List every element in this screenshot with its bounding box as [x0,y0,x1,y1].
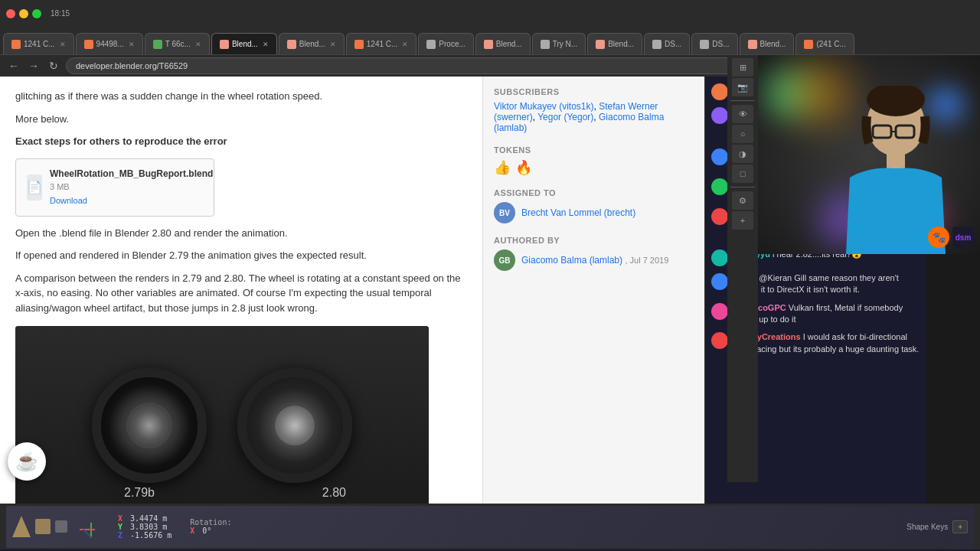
wheel-right [237,368,352,483]
coffee-button[interactable]: ☕ [8,442,46,481]
tokens-section: Tokens 👍 🔥 [494,145,694,176]
tab-1241c[interactable]: 1241 C... ✕ [3,33,74,54]
x-value: 3.4474 m [130,514,167,523]
add-icon[interactable]: + [732,211,753,230]
shape-keys-label: Shape Keys [906,523,948,531]
history2-message: HistoryCreations I would ask for bi-dire… [733,331,920,355]
subscriber-viktor[interactable]: Viktor Mukayev (vitos1k) [494,101,593,112]
tab-blend-13[interactable]: Blend... [740,33,795,54]
fullscreen-window-button[interactable] [32,9,41,18]
visibility-icon[interactable]: ○ [732,125,753,143]
shape-keys-section: Shape Keys + [906,520,968,533]
video-player: 2.79b 2.80 ▶ 0:00 / 0:03 🔊 ⛶ ⋮ [15,326,429,504]
history-avatar [711,208,728,225]
giacomo-avatar: GB [494,249,515,271]
outline-icon[interactable]: □ [732,165,753,183]
subscriber-yegor[interactable]: Yegor (Yegor) [537,112,593,122]
download-link[interactable]: Download [50,196,87,205]
brecht-avatar: BV [494,202,515,223]
tab-blend-5[interactable]: Blend... ✕ [279,33,345,54]
canseco-message: CansecoGPC Vulkan first, Metal if somebo… [733,302,920,326]
eye-icon[interactable]: 👁 [732,105,753,123]
tab-blend-10[interactable]: Blend... [587,33,642,54]
bottom-bar: X 3.4474 m Y 3.8303 m Z -1.5676 m Rotati… [0,504,980,551]
tab-ds-2[interactable]: DS... [691,33,737,54]
tab-3-label: T 66c... [165,40,191,48]
scene-objects [12,516,67,537]
tab-5-close[interactable]: ✕ [330,41,336,48]
rx-coord-row: X 0° [190,527,231,535]
browser-top-bar: 18:15 [0,0,980,28]
authored-section: Authored By GB Giacomo Balma (lamlab) , … [494,236,694,271]
tab-proce[interactable]: Proce... [418,33,473,54]
assigned-user-link[interactable]: Brecht Van Lommel (brecht) [521,207,635,218]
back-button[interactable]: ← [6,58,21,73]
viewport-icon[interactable]: ⊞ [732,58,753,77]
blender-viewport-strip: X 3.4474 m Y 3.8303 m Z -1.5676 m Rotati… [0,504,980,549]
rotation-label: Rotation: [190,518,231,527]
tab-2-close[interactable]: ✕ [129,41,135,48]
file-info: WheelRotation_MB_BugReport.blend 3 MB Do… [50,167,213,208]
tab-blend-8[interactable]: Blend... [475,33,531,54]
3rton-avatar [711,273,728,290]
tab-241c[interactable]: (241 C... [795,33,854,54]
tab-4-close[interactable]: ✕ [263,41,269,48]
history2-avatar [711,332,728,349]
y-label: Y [118,523,122,531]
minimize-window-button[interactable] [19,9,28,18]
y-value: 3.8303 m [130,523,167,531]
rotation-section: Rotation: X 0° [190,518,231,535]
tab-1-close[interactable]: ✕ [60,41,66,48]
dsm-logo-webcam: dsm [952,227,974,248]
svg-rect-4 [887,153,905,168]
authored-row: GB Giacomo Balma (lamlab) , Jul 7 2019 [494,249,694,271]
tokens-label: Tokens [494,145,694,155]
blender-coords: X 3.4474 m Y 3.8303 m Z -1.5676 m [118,514,172,540]
tab-13-label: Blend... [760,40,786,48]
settings-icon[interactable]: ⚙ [732,191,753,210]
file-name: WheelRotation_MB_BugReport.blend [50,167,213,181]
browser-chrome: 18:15 1241 C... ✕ 94498... ✕ T 66c... ✕ … [0,0,980,55]
tab-blend-active[interactable]: Blend... ✕ [211,33,277,54]
rx-value: 0° [202,527,211,535]
tab-94498[interactable]: 94498... ✕ [76,33,143,54]
blender-scene: X 3.4474 m Y 3.8303 m Z -1.5676 m Rotati… [6,506,974,548]
tab-ds-1[interactable]: DS... [644,33,690,54]
rx-label: X [190,527,194,535]
authored-user-link[interactable]: Giacomo Balma (lamlab) [521,255,622,266]
video-label-left: 2.79b [124,484,155,502]
token-fire[interactable]: 🔥 [515,159,532,176]
tab-t66c[interactable]: T 66c... ✕ [145,33,210,54]
tab-tryn[interactable]: Try N... [532,33,586,54]
canseco-avatar [711,303,728,320]
tab-5-label: Blend... [299,40,325,48]
tab-1-label: 1241 C... [24,40,55,48]
tab-1241c-2[interactable]: 1241 C... ✕ [346,33,417,54]
tab-3-close[interactable]: ✕ [195,41,201,48]
hypersonic-avatar [711,178,728,195]
tokens-row: 👍 🔥 [494,159,694,176]
shape-keys-button[interactable]: + [952,520,968,533]
tabs-bar: 1241 C... ✕ 94498... ✕ T 66c... ✕ Blend.… [0,28,980,54]
x-coord-row: X 3.4474 m [118,514,172,523]
blender-right-panel: ⊞ 📷 👁 ○ ◑ □ ⚙ + [727,55,758,482]
tab-7-label: Proce... [439,40,465,48]
token-thumbsup[interactable]: 👍 [494,159,511,176]
refresh-button[interactable]: ↻ [46,58,61,73]
file-attachment[interactable]: 📄 WheelRotation_MB_BugReport.blend 3 MB … [15,158,214,217]
more-below: More below. [15,112,467,127]
webcam-overlay: 🐾 dsm [758,55,980,254]
wheel-outer-left [92,368,207,483]
close-window-button[interactable] [6,9,15,18]
tab-2-label: 94498... [96,40,124,48]
render-icon[interactable]: 📷 [732,78,753,96]
forward-button[interactable]: → [26,58,41,73]
instructions-1: Open the .blend file in Blender 2.80 and… [15,226,467,241]
file-icon: 📄 [27,174,42,201]
nan-avatar [711,83,728,100]
tab-6-close[interactable]: ✕ [402,41,408,48]
tab-11-label: DS... [665,40,681,48]
tab-14-label: (241 C... [816,40,845,48]
scene-obj-3 [55,520,67,533]
layer-icon[interactable]: ◑ [732,145,753,163]
